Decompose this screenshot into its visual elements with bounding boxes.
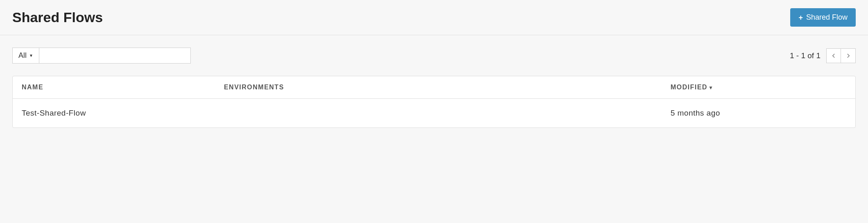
table-header-row: NAME ENVIRONMENTS MODIFIED▼ (13, 76, 855, 99)
search-input[interactable] (39, 48, 191, 64)
column-header-environments[interactable]: ENVIRONMENTS (215, 76, 662, 99)
cell-environments (215, 99, 662, 127)
plus-icon: + (798, 14, 803, 21)
sort-descending-icon: ▼ (708, 85, 714, 91)
shared-flows-table: NAME ENVIRONMENTS MODIFIED▼ Test-Shared-… (12, 76, 856, 128)
next-page-button[interactable] (841, 48, 856, 63)
table-row[interactable]: Test-Shared-Flow 5 months ago (13, 99, 855, 127)
chevron-right-icon (846, 53, 851, 58)
add-button-label: Shared Flow (806, 13, 848, 22)
caret-down-icon: ▼ (29, 53, 33, 58)
pagination-range: 1 - 1 of 1 (790, 51, 821, 60)
filter-selected-label: All (18, 51, 27, 60)
prev-page-button[interactable] (826, 48, 841, 63)
add-shared-flow-button[interactable]: + Shared Flow (790, 8, 856, 27)
chevron-left-icon (831, 53, 836, 58)
content-area: All ▼ 1 - 1 of 1 NAME (0, 35, 868, 140)
column-header-modified[interactable]: MODIFIED▼ (662, 76, 855, 99)
toolbar: All ▼ 1 - 1 of 1 (12, 48, 856, 64)
column-header-name[interactable]: NAME (13, 76, 215, 99)
page-header: Shared Flows + Shared Flow (0, 0, 868, 35)
cell-name: Test-Shared-Flow (13, 99, 215, 127)
pagination-buttons (826, 48, 856, 63)
page-title: Shared Flows (12, 9, 103, 25)
cell-modified: 5 months ago (662, 99, 855, 127)
filter-dropdown[interactable]: All ▼ (12, 48, 39, 64)
filter-group: All ▼ (12, 48, 191, 64)
pagination: 1 - 1 of 1 (790, 48, 856, 63)
